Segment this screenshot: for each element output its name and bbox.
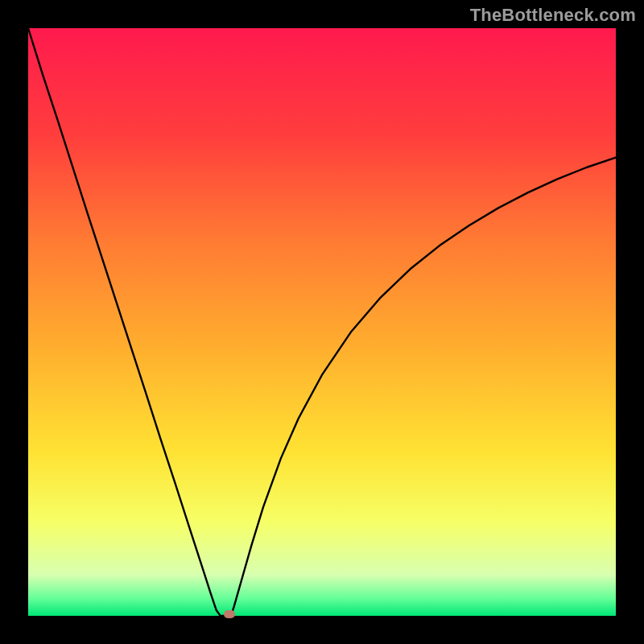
chart-frame: TheBottleneck.com: [0, 0, 644, 644]
bottleneck-curve: [28, 28, 616, 616]
plot-area: [28, 28, 616, 616]
optimal-marker: [224, 610, 235, 618]
watermark-text: TheBottleneck.com: [470, 5, 636, 26]
